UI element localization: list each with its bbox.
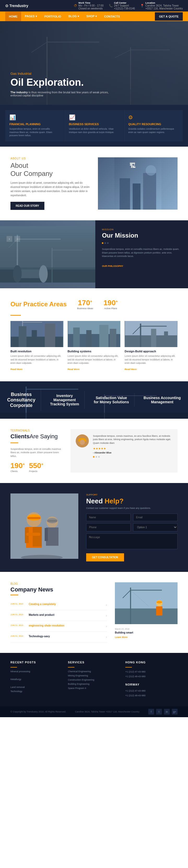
news-title-1: Markets and product <box>29 613 103 616</box>
news-item-2: JUN 01, 2016 engineering shale revolutio… <box>10 621 107 632</box>
testimonial-dot-1 <box>93 456 95 458</box>
practice-header: Our Practice Areas 170+ Business Ideas 1… <box>10 299 178 310</box>
mission-prev-button[interactable]: ‹ <box>6 236 12 242</box>
practice-readmore-2[interactable]: Read More <box>125 368 136 371</box>
phone-option-row: Option 1 <box>86 523 178 531</box>
news-date-0: JUN 01, 2016 <box>10 603 26 605</box>
linkedin-icon[interactable]: in <box>164 709 170 715</box>
svg-rect-71 <box>47 520 57 522</box>
get-consultation-button[interactable]: GET CONSULTATION <box>86 553 124 561</box>
footer-norway-phone1: +1 (212) 47-43-980 <box>125 689 178 693</box>
svg-rect-64 <box>33 527 42 547</box>
mission-next-button[interactable]: › <box>14 236 20 242</box>
name-email-row <box>86 514 178 521</box>
news-right-title: Building smart <box>115 631 178 634</box>
support-section: SUPPORT Need Help? Contact our customer … <box>0 483 188 572</box>
work-time-info: ⏱ Work Time Mo - Fri / 9:00 - 17:00 Clos… <box>74 2 103 10</box>
news-content-1: Markets and product <box>29 613 103 617</box>
call-center-value: 24/7 Support <box>114 4 135 7</box>
svg-point-27 <box>39 265 48 282</box>
clients-label: TESTIMONIALS <box>10 429 63 432</box>
message-textarea[interactable] <box>86 533 178 549</box>
svg-rect-72 <box>26 533 40 536</box>
work-time-label: Work Time <box>78 2 103 4</box>
footer-service-0: Chemical Engineering <box>68 670 120 673</box>
footer-col2-underline <box>68 667 74 668</box>
phone-input[interactable] <box>86 523 131 531</box>
footer-service-4: Space Program II <box>68 687 120 689</box>
mission-read-more[interactable]: OUR PHILOSOPHY <box>102 265 123 268</box>
facebook-icon[interactable]: f <box>148 709 154 715</box>
clients-heading: ClientsAre Saying <box>10 433 63 440</box>
brand-name: Trendustry <box>9 4 28 8</box>
logo-icon: ⊙ <box>5 4 9 8</box>
news-title-3: Technology-savy <box>29 635 103 638</box>
footer-service-2: Construction Engineering <box>68 679 120 681</box>
client-quote: Suspendisse tempus, consis maximus, ex a… <box>93 434 173 458</box>
svg-rect-39 <box>86 330 91 347</box>
nav-shop[interactable]: SHOP ▾ <box>83 11 100 21</box>
nav-home[interactable]: HOME <box>5 12 21 21</box>
svg-rect-38 <box>73 328 80 347</box>
name-input[interactable] <box>86 514 131 521</box>
news-section: BLOG Company News JUN 01, 2016 Creating … <box>0 572 188 653</box>
quote-button[interactable]: GET A QUOTE <box>155 12 183 21</box>
news-content-2: engineering shale revolution <box>29 624 103 628</box>
news-label: BLOG <box>10 582 107 585</box>
practice-desc-2: Lorem ipsum dolor sit consectetur adipis… <box>125 354 178 365</box>
twitter-icon[interactable]: t <box>156 709 162 715</box>
banner-stat-title-2: Satisfaction Value for Money Solutions <box>94 396 129 404</box>
svg-point-81 <box>156 601 162 603</box>
svg-rect-41 <box>110 329 116 347</box>
banner-stat-title-0: Business Consultancy Corporate <box>7 392 35 408</box>
location-icon: 📍 <box>140 4 144 7</box>
news-right-link[interactable]: Learn More <box>115 636 128 639</box>
nav-portfolio[interactable]: PORTFOLIO <box>41 12 65 21</box>
support-form: SUPPORT Need Help? Contact our customer … <box>86 493 178 561</box>
practice-item-1: Building systems Lorem ipsum dolor sit c… <box>68 321 121 371</box>
stat-business-ideas: 170+ Business Ideas <box>77 299 93 310</box>
svg-rect-33 <box>45 323 55 347</box>
location-city: +0317 116, Manchester Country <box>146 7 183 10</box>
about-text: ABOUT US About Our Company Lorem ipsum d… <box>10 157 90 210</box>
footer-bottom: © Copyright by Trendustry 2016. All Righ… <box>0 706 188 717</box>
svg-rect-40 <box>99 325 108 347</box>
service-card-0: 📊 Financial Planning Suspendisse tempus,… <box>5 110 64 142</box>
svg-rect-80 <box>156 607 162 616</box>
footer-col1-underline <box>10 667 17 668</box>
nav-contacts[interactable]: CONTACTS <box>100 12 124 21</box>
clients-right: Suspendisse tempus, consis maximus, ex a… <box>70 429 178 473</box>
news-date-2: JUN 01, 2016 <box>10 624 26 626</box>
googleplus-icon[interactable]: g+ <box>172 709 178 715</box>
banner-stat-1: Inventory Management Tracking System <box>45 391 85 409</box>
dot-2 <box>104 242 106 244</box>
footer-hk-phone2: +1 (212) 48-43-980 <box>125 675 178 679</box>
call-center-label: Call Center <box>114 2 135 4</box>
social-icons: f t in g+ <box>148 709 178 715</box>
footer-post-3 <box>10 682 63 684</box>
nav-pages[interactable]: PAGES ▾ <box>21 11 41 21</box>
email-input[interactable] <box>133 514 178 521</box>
footer-col-recent-posts: Recent Posts Mineral processing Metallur… <box>10 661 63 699</box>
banner-stat-title-3: Business Accounting Management <box>144 396 181 404</box>
dot-3 <box>107 242 108 244</box>
option-select[interactable]: Option 1 <box>133 523 178 531</box>
testimonial-dot-2 <box>96 456 97 458</box>
quality-icon: ⚙ <box>128 114 179 121</box>
financial-icon: 📊 <box>9 114 60 121</box>
read-our-story-button[interactable]: READ OUR STORY <box>10 202 44 210</box>
nav-blog[interactable]: BLOG ▾ <box>65 11 83 21</box>
banner-stat-title-1: Inventory Management Tracking System <box>50 394 79 406</box>
mission-nav: ‹ › <box>6 236 20 242</box>
logo[interactable]: ⊙ Trendustry <box>5 4 28 8</box>
news-title-2: engineering shale revolution <box>29 624 103 627</box>
practice-readmore-1[interactable]: Read More <box>68 368 80 371</box>
hero-title: Oil Exploration. <box>10 77 178 88</box>
svg-rect-60 <box>10 493 78 559</box>
svg-point-26 <box>13 265 22 282</box>
clock-icon: ⏱ <box>74 4 77 7</box>
news-right-date: March 15, 2016 <box>115 628 178 630</box>
about-section: ABOUT US About Our Company Lorem ipsum d… <box>0 147 188 220</box>
svg-rect-47 <box>151 329 156 347</box>
practice-readmore-0[interactable]: Read More <box>10 368 23 371</box>
